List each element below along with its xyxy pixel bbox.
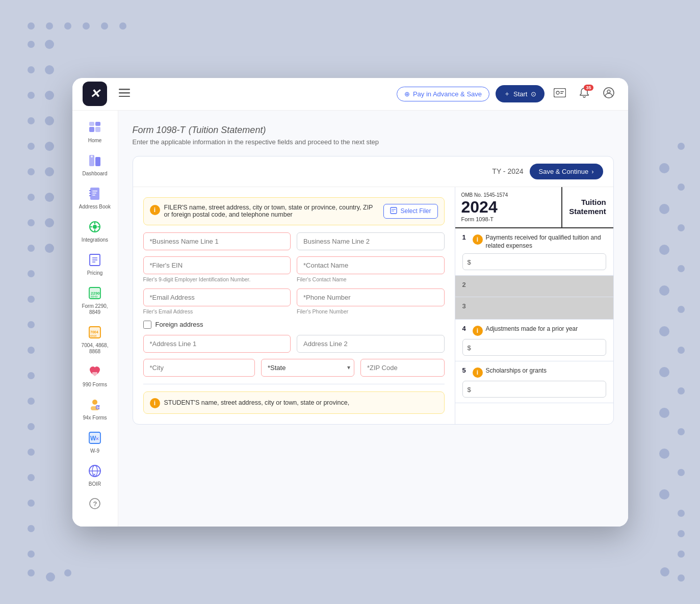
field-1-info-icon: i (473, 234, 483, 245)
field-4-dollar-sign: $ (468, 344, 471, 351)
form-body: i FILER'S name, street address, city or … (133, 187, 613, 424)
topbar-right: ⊕ Pay in Advance & Save ＋ Start ⊙ (397, 85, 618, 103)
ein-hint: Filer's 9-digit Employer Identification … (143, 276, 291, 282)
contact-name-input[interactable] (297, 256, 445, 274)
id-card-button[interactable] (551, 85, 569, 103)
tuition-title-text: Tuition Statement (569, 198, 606, 216)
svg-rect-2 (119, 96, 130, 97)
svg-point-42 (92, 400, 97, 405)
svg-point-15 (91, 155, 93, 157)
select-filer-icon (390, 207, 397, 216)
sidebar-item-help[interactable]: ? (75, 493, 114, 515)
logo: ✕ (83, 82, 107, 106)
address1-input[interactable] (143, 335, 291, 353)
svg-rect-18 (92, 193, 96, 194)
hamburger-button[interactable] (115, 85, 134, 103)
address-book-label: Address Book (79, 204, 111, 210)
svg-rect-20 (89, 190, 91, 191)
svg-rect-9 (89, 127, 94, 132)
filer-ein-input[interactable] (143, 256, 291, 274)
omb-block: OMB No. 1545-1574 2024 Form 1098-T (455, 187, 562, 227)
plus-icon: ＋ (504, 89, 510, 98)
state-select-wrapper: *State Alabama Alaska Texas California ▾ (261, 359, 354, 377)
field-5-dollar-sign: $ (468, 385, 471, 393)
form-card: TY - 2024 Save & Continue › i FILER'S na… (133, 156, 614, 425)
home-icon (88, 121, 101, 136)
filer-info-icon: i (150, 205, 160, 215)
field-1-dollar-sign: $ (468, 258, 471, 266)
svg-rect-56 (391, 207, 397, 214)
start-label: Start (513, 90, 527, 98)
foreign-address-checkbox[interactable] (143, 321, 151, 329)
field-4-input[interactable] (462, 339, 606, 356)
hamburger-icon (119, 89, 130, 99)
sidebar-item-boir[interactable]: ✕ BOIR (75, 460, 114, 491)
svg-rect-17 (92, 191, 97, 192)
svg-text:4868: 4868 (90, 334, 97, 337)
main-body: Home Dashboard (72, 111, 628, 527)
sidebar-item-home[interactable]: Home (75, 117, 114, 148)
field-4-desc: Adjustments made for a prior year (486, 325, 578, 333)
address2-input[interactable] (297, 335, 445, 353)
contact-hint: Filer's Contact Name (297, 276, 445, 282)
sidebar-item-94xforms[interactable]: 94x 94x Forms (75, 394, 114, 425)
form-card-header: TY - 2024 Save & Continue › (133, 156, 613, 187)
zip-input[interactable] (360, 359, 445, 377)
sidebar-item-dashboard[interactable]: Dashboard (75, 150, 114, 181)
user-button[interactable] (600, 85, 618, 103)
city-state-zip-row: *State Alabama Alaska Texas California ▾ (143, 359, 445, 377)
form2290-icon: 2290 8849 (88, 286, 101, 301)
save-continue-button[interactable]: Save & Continue › (530, 164, 603, 179)
topbar: ✕ ⊕ Pay in Advance & Save ＋ Start (72, 78, 628, 111)
email-hint: Filer's Email Address (143, 308, 291, 314)
city-input[interactable] (143, 359, 255, 377)
state-select[interactable]: *State Alabama Alaska Texas California (261, 359, 354, 377)
svg-rect-21 (89, 193, 91, 194)
field-4-info-icon: i (473, 326, 483, 336)
foreign-address-row: Foreign address (143, 321, 445, 329)
sidebar-item-w9[interactable]: W ✕ W-9 (75, 427, 114, 458)
notification-button[interactable]: 35 (575, 85, 593, 103)
sidebar-item-address-book[interactable]: Address Book (75, 183, 114, 214)
select-filer-button[interactable]: Select Filer (383, 204, 437, 219)
tuition-title-block: Tuition Statement (562, 187, 613, 227)
business-name-2-input[interactable] (297, 232, 445, 250)
email-input[interactable] (143, 288, 291, 306)
tuition-header: OMB No. 1545-1574 2024 Form 1098-T Tuiti… (455, 187, 613, 228)
state-field: *State Alabama Alaska Texas California ▾ (261, 359, 354, 377)
svg-rect-41 (92, 372, 97, 376)
sidebar-item-form2290[interactable]: 2290 8849 Form 2290, 8849 (75, 282, 114, 320)
user-icon (603, 87, 614, 101)
start-button[interactable]: ＋ Start ⊙ (496, 85, 544, 102)
address1-field (143, 335, 291, 353)
sidebar-item-integrations[interactable]: Integrations (75, 216, 114, 247)
sidebar-item-990forms[interactable]: 990 Forms (75, 361, 114, 392)
svg-rect-12 (95, 122, 100, 126)
sidebar-item-7004[interactable]: 7004 4868 7004, 4868, 8868 (75, 322, 114, 359)
email-phone-row: Filer's Email Address Filer's Phone Numb… (143, 288, 445, 314)
sidebar: Home Dashboard (72, 111, 118, 527)
sidebar-item-pricing[interactable]: Pricing (75, 249, 114, 280)
svg-rect-0 (119, 89, 130, 90)
filer-section-header: i FILER'S name, street address, city or … (143, 197, 445, 225)
phone-input[interactable] (297, 288, 445, 306)
business-name-1-input[interactable] (143, 232, 291, 250)
pay-advance-button[interactable]: ⊕ Pay in Advance & Save (397, 87, 489, 101)
7004-label: 7004, 4868, 8868 (79, 343, 111, 355)
field-5-input[interactable] (462, 381, 606, 398)
business-name-row (143, 232, 445, 250)
tuition-field-2: 2 (455, 276, 613, 297)
field-5-input-wrap: $ (462, 381, 606, 398)
svg-point-8 (607, 90, 610, 93)
main-window: ✕ ⊕ Pay in Advance & Save ＋ Start (72, 78, 628, 527)
form-divider (143, 384, 445, 384)
business-name-2-field (297, 232, 445, 250)
field-1-input[interactable] (462, 253, 606, 270)
w9-label: W-9 (90, 448, 99, 454)
svg-text:8849: 8849 (91, 295, 98, 298)
svg-rect-10 (95, 127, 100, 132)
svg-rect-16 (90, 188, 99, 200)
tuition-form-number: Form 1098-T (461, 216, 555, 222)
tuition-field-3: 3 (455, 297, 613, 320)
boir-icon: ✕ (88, 464, 101, 479)
